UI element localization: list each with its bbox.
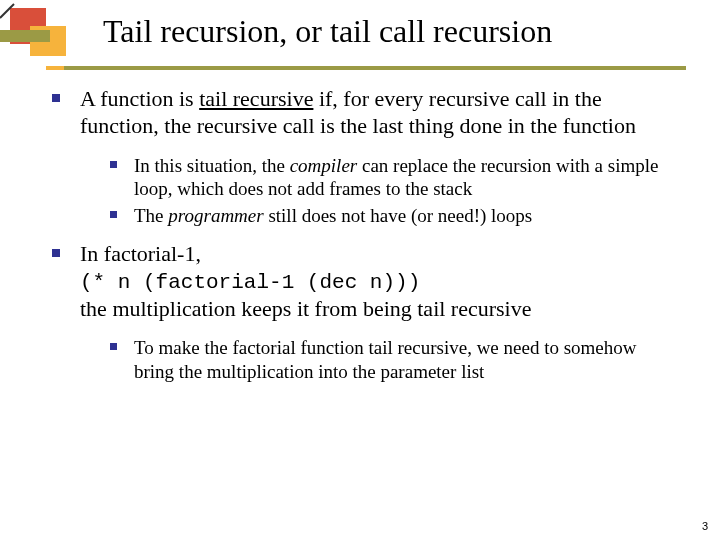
sub-bullet-1-1: In this situation, the compiler can repl…	[110, 154, 680, 200]
sub-bullet-2-1: To make the factorial function tail recu…	[110, 336, 680, 382]
bullet-1: A function is tail recursive if, for eve…	[52, 86, 680, 140]
bullet-1-pre: A function is	[80, 86, 199, 111]
bullet-1-text: A function is tail recursive if, for eve…	[80, 86, 680, 140]
sub2-post: still does not have (or need!) loops	[264, 205, 533, 226]
bullet-2-text: In factorial-1, (* n (factorial-1 (dec n…	[80, 241, 680, 322]
sub-bullet-1-1-text: In this situation, the compiler can repl…	[134, 154, 680, 200]
square-bullet-icon	[110, 204, 134, 227]
bullet-2-line1: In factorial-1,	[80, 241, 201, 266]
slide: Tail recursion, or tail call recursion A…	[0, 0, 720, 540]
bullet-1-term: tail recursive	[199, 86, 313, 111]
slide-body: A function is tail recursive if, for eve…	[52, 86, 680, 397]
sub-bullet-2-1-text: To make the factorial function tail recu…	[134, 336, 680, 382]
square-bullet-icon	[110, 154, 134, 200]
bullet-2-code: (* n (factorial-1 (dec n)))	[80, 271, 420, 294]
bullet-2-subs: To make the factorial function tail recu…	[110, 336, 680, 382]
bullet-2: In factorial-1, (* n (factorial-1 (dec n…	[52, 241, 680, 322]
bullet-2-line3: the multiplication keeps it from being t…	[80, 296, 531, 321]
sub2-em: programmer	[168, 205, 263, 226]
square-bullet-icon	[110, 336, 134, 382]
sub1-pre: In this situation, the	[134, 155, 290, 176]
slide-title: Tail recursion, or tail call recursion	[103, 14, 720, 49]
sub1-em: compiler	[290, 155, 358, 176]
bullet-1-subs: In this situation, the compiler can repl…	[110, 154, 680, 228]
sub-bullet-1-2: The programmer still does not have (or n…	[110, 204, 680, 227]
title-row: Tail recursion, or tail call recursion	[0, 14, 720, 49]
page-number: 3	[702, 520, 708, 532]
sub-bullet-1-2-text: The programmer still does not have (or n…	[134, 204, 680, 227]
square-bullet-icon	[52, 241, 80, 322]
square-bullet-icon	[52, 86, 80, 140]
title-underline	[46, 66, 686, 70]
sub2-pre: The	[134, 205, 168, 226]
